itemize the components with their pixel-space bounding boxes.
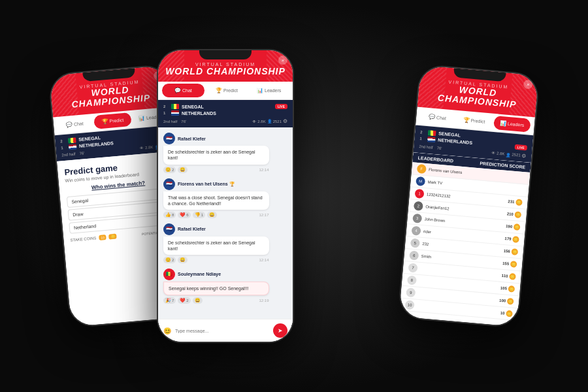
send-button[interactable]: ➤ bbox=[273, 323, 287, 338]
predict-icon-center: 🏆 bbox=[216, 88, 222, 93]
bubble-3: De scheidsrechter is zeker aan de Senega… bbox=[163, 237, 269, 255]
reaction-1b[interactable]: 😄 bbox=[178, 167, 188, 173]
predict-icon-right: 🏆 bbox=[463, 117, 470, 123]
lb-name-10 bbox=[417, 305, 500, 312]
phone-right: VIRTUAL STADIUM WORLD CHAMPIONSHIP × 💬 C… bbox=[397, 64, 540, 329]
reaction-1a[interactable]: 😊 2 bbox=[163, 167, 176, 173]
avatar-4: 🇸🇳 bbox=[163, 269, 175, 280]
lb-avatar-10: 10 bbox=[405, 300, 415, 310]
reactions-4: 🎉 7 ❤️ 2 😄 12:19 bbox=[163, 297, 269, 304]
reaction-2c[interactable]: 👎 1 bbox=[193, 212, 205, 218]
viewers-icon-left: 👁 bbox=[140, 146, 144, 151]
chat-msg-header-1: 🇳🇱 Rafael Kiefer bbox=[163, 133, 269, 144]
time-4: 12:19 bbox=[259, 299, 269, 302]
avatar-1: 🇳🇱 bbox=[163, 133, 175, 144]
reactions-2: 👍 8 ❤️ 6 👎 1 😄 12:17 bbox=[163, 212, 269, 218]
chat-msg-header-4: 🇸🇳 Souleymane Ndiaye bbox=[163, 269, 269, 280]
netherlands-flag-center bbox=[171, 110, 179, 116]
reactions-3: 😊 2 😄 12:14 bbox=[163, 257, 269, 263]
senegal-flag-left bbox=[68, 137, 76, 143]
lb-avatar-3: 3 bbox=[412, 213, 422, 223]
leaders-icon-center: 📊 bbox=[257, 88, 263, 93]
close-button-right[interactable]: × bbox=[523, 80, 533, 90]
chat-msg-header-2: 🇳🇱 Florens van het Ulsens 🏆 bbox=[163, 178, 269, 190]
match-minute-center: 76' bbox=[181, 120, 186, 123]
tab-predict-right[interactable]: 🏆 Predict bbox=[455, 110, 493, 131]
lb-name-7 bbox=[420, 269, 502, 276]
phones-container: VIRTUAL STADIUM WORLD CHAMPIONSHIP × 💬 C… bbox=[0, 0, 588, 392]
reaction-4c[interactable]: 😄 bbox=[193, 297, 203, 304]
match-stats-center: 2nd half 76' 👁 2.8K 👤 2521 ⚙ bbox=[163, 118, 287, 124]
match-minute-left: 76' bbox=[79, 152, 84, 156]
lb-coin-4: 🪙 bbox=[512, 236, 519, 243]
chat-input[interactable] bbox=[175, 329, 269, 333]
stats-count-right: 👁 2.8K 👤 2521 ⚙ bbox=[491, 150, 527, 159]
team1-row-center: 2 SENEGAL LIVE bbox=[163, 103, 287, 110]
chat-icon-right: 💬 bbox=[429, 114, 436, 120]
leaderboard-content: LEADERBOARD PREDICTION SCORE F Florens v… bbox=[399, 152, 531, 327]
live-badge-right: LIVE bbox=[514, 144, 527, 151]
lb-score-1: 231 bbox=[508, 199, 515, 204]
reaction-3a[interactable]: 😊 2 bbox=[163, 257, 176, 263]
tab-leaders-right[interactable]: 📊 Leaders bbox=[493, 116, 531, 133]
bubble-1: De scheidsrechter is zeker aan de Senega… bbox=[163, 146, 269, 164]
reaction-3b[interactable]: 😄 bbox=[178, 257, 188, 263]
reactions-1: 😊 2 😄 12:14 bbox=[163, 167, 269, 173]
lb-avatar-7: 7 bbox=[408, 263, 418, 272]
reaction-4b[interactable]: ❤️ 2 bbox=[178, 297, 190, 304]
viewers-icon-right: 👁 bbox=[491, 151, 496, 155]
chat-messages: 🇳🇱 Rafael Kiefer De scheidsrechter is ze… bbox=[158, 127, 293, 319]
lb-coin-8: 🪙 bbox=[508, 286, 515, 293]
match-half-center: 2nd half bbox=[163, 120, 177, 123]
tab-chat-center[interactable]: 💬 Chat bbox=[162, 84, 204, 97]
lb-name-8 bbox=[419, 281, 500, 288]
bubble-4: Senegal keeps winning!! GO Senegal!!! bbox=[163, 282, 269, 295]
chat-input-bar: 😊 ➤ bbox=[158, 319, 293, 342]
phone-notch-center bbox=[199, 50, 252, 59]
emoji-icon[interactable]: 😊 bbox=[163, 327, 171, 335]
match-half-left: 2nd half bbox=[61, 152, 76, 157]
lb-score-8: 105 bbox=[500, 286, 508, 291]
chat-icon-left: 💬 bbox=[66, 122, 73, 128]
lb-score-7: 110 bbox=[501, 274, 508, 278]
coin-icon-left: 🪙 bbox=[108, 233, 117, 239]
stake-label: STAKE COINS bbox=[70, 236, 96, 242]
match-half-right: 2nd half bbox=[419, 144, 433, 150]
lb-score-4: 179 bbox=[504, 237, 512, 241]
reaction-2a[interactable]: 👍 8 bbox=[163, 212, 176, 218]
viewers-icon-center: 👁 bbox=[252, 120, 256, 123]
tab-predict-left[interactable]: 🏆 Predict bbox=[93, 112, 131, 129]
username-4: Souleymane Ndiaye bbox=[178, 272, 221, 276]
avatar-2: 🇳🇱 bbox=[163, 178, 175, 190]
phone-center: VIRTUAL STADIUM WORLD CHAMPIONSHIP × 💬 C… bbox=[157, 49, 294, 343]
reaction-2b[interactable]: ❤️ 6 bbox=[178, 212, 190, 218]
tab-chat-right[interactable]: 💬 Chat bbox=[418, 107, 456, 128]
lb-score-10: 10 bbox=[500, 311, 505, 316]
lb-score-9: 100 bbox=[499, 298, 506, 302]
stats-count-center: 👁 2.8K 👤 2521 ⚙ bbox=[252, 118, 287, 124]
screen-center: VIRTUAL STADIUM WORLD CHAMPIONSHIP × 💬 C… bbox=[158, 50, 293, 342]
username-1: Rafael Kiefer bbox=[178, 137, 206, 141]
match-bar-center: 2 SENEGAL LIVE 1 NETHERLANDS 2nd half 76… bbox=[158, 100, 293, 127]
chat-icon-center: 💬 bbox=[174, 88, 181, 93]
reaction-4a[interactable]: 🎉 7 bbox=[163, 297, 176, 304]
close-button-center[interactable]: × bbox=[278, 56, 287, 65]
tab-leaders-center[interactable]: 📊 Leaders bbox=[248, 82, 290, 99]
settings-icon-center[interactable]: ⚙ bbox=[283, 118, 287, 124]
chat-message-1: 🇳🇱 Rafael Kiefer De scheidsrechter is ze… bbox=[163, 133, 269, 172]
tab-predict-center[interactable]: 🏆 Predict bbox=[206, 82, 248, 99]
senegal-flag-center bbox=[171, 104, 179, 109]
lb-coin-10: 🪙 bbox=[506, 310, 513, 317]
chat-message-4: 🇸🇳 Souleymane Ndiaye Senegal keeps winni… bbox=[163, 269, 269, 304]
lb-coin-1: 🪙 bbox=[515, 199, 523, 206]
team2-row-center: 1 NETHERLANDS bbox=[163, 110, 287, 116]
lb-avatar-9: 9 bbox=[406, 287, 416, 297]
lb-coin-9: 🪙 bbox=[507, 298, 514, 305]
title-right: WORLD CHAMPIONSHIP bbox=[424, 82, 531, 112]
lb-avatar-1: 1 bbox=[414, 189, 424, 199]
settings-icon-right[interactable]: ⚙ bbox=[521, 153, 527, 159]
leaders-icon-left: 📊 bbox=[139, 115, 146, 122]
reaction-2d[interactable]: 😄 bbox=[207, 212, 217, 218]
tab-chat-left[interactable]: 💬 Chat bbox=[56, 114, 93, 135]
nav-tabs-center: 💬 Chat 🏆 Predict 📊 Leaders bbox=[158, 82, 293, 100]
